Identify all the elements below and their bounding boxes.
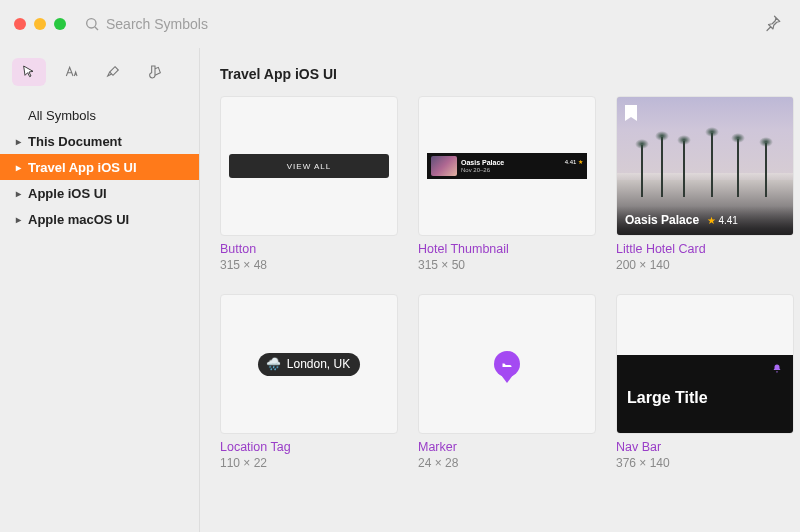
symbol-cell-hotel-thumbnail[interactable]: Oasis Palace Nov 20–26 4.41 ★ Hotel Thum… xyxy=(418,96,596,272)
symbol-name: Nav Bar xyxy=(616,440,794,454)
tab-layer-styles[interactable] xyxy=(96,58,130,86)
hotel-dates: Nov 20–26 xyxy=(461,167,504,174)
card-title: Oasis Palace xyxy=(625,213,699,227)
symbol-preview: Oasis Palace Nov 20–26 4.41 ★ xyxy=(418,96,596,236)
symbol-cell-button[interactable]: VIEW ALL Button 315 × 48 xyxy=(220,96,398,272)
sidebar-item-label: Apple iOS UI xyxy=(28,186,107,201)
sidebar-item-label: Apple macOS UI xyxy=(28,212,129,227)
pin-icon xyxy=(764,14,782,32)
location-label: London, UK xyxy=(287,357,350,371)
close-window-button[interactable] xyxy=(14,18,26,30)
star-icon: ★ xyxy=(578,159,583,165)
symbol-name: Little Hotel Card xyxy=(616,242,794,256)
sidebar-item-label: This Document xyxy=(28,134,122,149)
pin-button[interactable] xyxy=(760,10,786,39)
text-icon xyxy=(63,64,79,80)
symbol-dimensions: 315 × 48 xyxy=(220,258,398,272)
search-input[interactable] xyxy=(106,16,306,32)
search-icon xyxy=(84,16,100,32)
symbol-preview: Oasis Palace ★ 4.41 xyxy=(616,96,794,236)
sidebar-item-apple-ios[interactable]: ▸ Apple iOS UI xyxy=(0,180,199,206)
symbol-dimensions: 376 × 140 xyxy=(616,456,794,470)
navbar-preview: Large Title xyxy=(617,355,793,433)
tab-symbols[interactable] xyxy=(12,58,46,86)
symbol-dimensions: 200 × 140 xyxy=(616,258,794,272)
swatch-icon xyxy=(147,64,163,80)
symbol-sources-list: All Symbols ▸ This Document ▸ Travel App… xyxy=(0,100,199,234)
bell-icon xyxy=(771,363,783,378)
bed-icon xyxy=(501,358,513,370)
sidebar: All Symbols ▸ This Document ▸ Travel App… xyxy=(0,48,200,532)
svg-line-1 xyxy=(95,27,98,30)
symbol-grid-panel: Travel App iOS UI VIEW ALL Button 315 × … xyxy=(200,48,800,532)
hotel-rating: 4.41 ★ xyxy=(565,158,583,165)
cursor-icon xyxy=(21,64,37,80)
tab-text-styles[interactable] xyxy=(54,58,88,86)
symbol-preview: 🌧️ London, UK xyxy=(220,294,398,434)
chevron-right-icon: ▸ xyxy=(12,214,24,225)
button-label: VIEW ALL xyxy=(287,162,331,171)
symbol-name: Button xyxy=(220,242,398,256)
symbol-grid: VIEW ALL Button 315 × 48 Oasis Palace No… xyxy=(220,96,780,470)
location-tag-preview: 🌧️ London, UK xyxy=(258,353,360,376)
zoom-window-button[interactable] xyxy=(54,18,66,30)
symbol-preview: Large Title xyxy=(616,294,794,434)
symbol-name: Marker xyxy=(418,440,596,454)
symbol-preview xyxy=(418,294,596,434)
card-rating: ★ 4.41 xyxy=(707,215,738,226)
sidebar-item-all-symbols[interactable]: All Symbols xyxy=(0,102,199,128)
symbol-dimensions: 24 × 28 xyxy=(418,456,596,470)
sidebar-item-this-document[interactable]: ▸ This Document xyxy=(0,128,199,154)
page-title: Travel App iOS UI xyxy=(220,66,780,82)
svg-point-0 xyxy=(87,19,96,28)
minimize-window-button[interactable] xyxy=(34,18,46,30)
marker-preview xyxy=(494,351,520,377)
star-icon: ★ xyxy=(707,215,716,226)
hotel-name: Oasis Palace xyxy=(461,159,504,167)
hotel-card-preview: Oasis Palace ★ 4.41 xyxy=(617,97,793,235)
chevron-right-icon: ▸ xyxy=(12,162,24,173)
symbol-dimensions: 110 × 22 xyxy=(220,456,398,470)
symbol-cell-location-tag[interactable]: 🌧️ London, UK Location Tag 110 × 22 xyxy=(220,294,398,470)
symbol-cell-little-hotel-card[interactable]: Oasis Palace ★ 4.41 Little Hotel Card 20… xyxy=(616,96,794,272)
button-preview: VIEW ALL xyxy=(229,154,389,178)
window-controls xyxy=(14,18,66,30)
symbol-dimensions: 315 × 50 xyxy=(418,258,596,272)
paintbrush-icon xyxy=(105,64,121,80)
chevron-right-icon: ▸ xyxy=(12,188,24,199)
hotel-thumbnail-preview: Oasis Palace Nov 20–26 4.41 ★ xyxy=(427,153,587,179)
thumbnail-image xyxy=(431,156,457,176)
sidebar-item-apple-macos[interactable]: ▸ Apple macOS UI xyxy=(0,206,199,232)
search-field[interactable] xyxy=(84,16,760,32)
symbol-name: Location Tag xyxy=(220,440,398,454)
symbol-cell-nav-bar[interactable]: Large Title Nav Bar 376 × 140 xyxy=(616,294,794,470)
chevron-right-icon: ▸ xyxy=(12,136,24,147)
weather-icon: 🌧️ xyxy=(266,357,281,371)
titlebar xyxy=(0,0,800,48)
symbol-cell-marker[interactable]: Marker 24 × 28 xyxy=(418,294,596,470)
tab-color-variables[interactable] xyxy=(138,58,172,86)
sidebar-item-label: All Symbols xyxy=(28,108,96,123)
symbol-preview: VIEW ALL xyxy=(220,96,398,236)
sidebar-item-label: Travel App iOS UI xyxy=(28,160,137,175)
symbol-name: Hotel Thumbnail xyxy=(418,242,596,256)
navbar-title: Large Title xyxy=(627,389,708,407)
inspector-tabs xyxy=(0,48,199,100)
sidebar-item-travel-app[interactable]: ▸ Travel App iOS UI xyxy=(0,154,199,180)
